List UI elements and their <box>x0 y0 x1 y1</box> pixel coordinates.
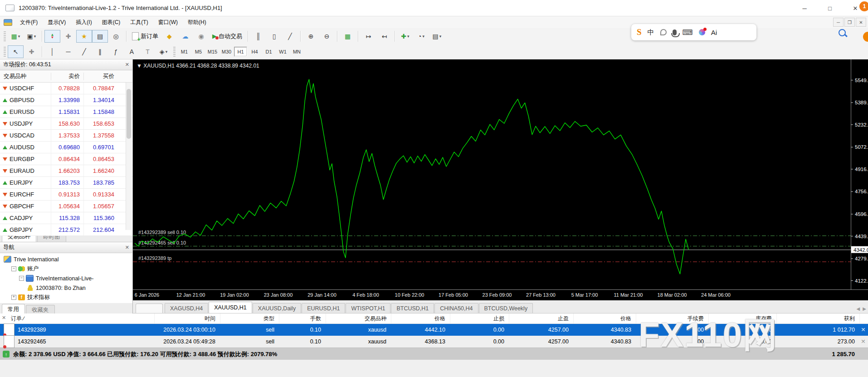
menu-item[interactable]: 图表(C) <box>97 17 126 27</box>
menu-item[interactable]: 显示(V) <box>43 17 71 27</box>
tree-expander-icon[interactable]: + <box>11 295 16 300</box>
templates-button[interactable]: ▤▾ <box>429 30 445 43</box>
orders-col-4[interactable]: 手数 <box>279 313 326 323</box>
menu-item[interactable]: 插入(I) <box>71 17 97 27</box>
terminal-close-icon[interactable]: ✕ <box>2 315 6 321</box>
crosshair-button[interactable]: ✚ <box>24 45 39 58</box>
timeframe-d1[interactable]: D1 <box>262 47 275 57</box>
tab-scroll-left-icon[interactable]: ◀ <box>857 306 860 311</box>
market-watch-scrollbar[interactable] <box>126 83 132 230</box>
market-watch-row-eurjpy[interactable]: EURJPY183.753183.785 <box>0 177 132 189</box>
nav-tree-item[interactable]: +f技术指标 <box>0 293 132 302</box>
search-overlay-icon[interactable] <box>839 29 848 38</box>
orders-col-9[interactable]: 价格 <box>573 313 636 323</box>
skin-palette-icon[interactable] <box>699 29 705 35</box>
alerts-button[interactable]: ◉ <box>193 30 209 43</box>
nav-tree-item[interactable]: −TriveInternational-Live- <box>0 274 132 283</box>
ime-language-toggle[interactable]: 中 <box>648 28 654 37</box>
toolbar-grip[interactable] <box>4 31 6 41</box>
orders-col-11[interactable]: 库存费 <box>708 313 776 323</box>
market-watch-row-euraud[interactable]: EURAUD1.662031.66240 <box>0 165 132 177</box>
close-order-icon[interactable]: ✕ <box>859 324 868 336</box>
orders-col-5[interactable]: 交易品种 <box>326 313 391 323</box>
market-watch-row-eurusd[interactable]: EURUSD1.158311.15848 <box>0 106 132 118</box>
tree-expander-icon[interactable]: − <box>19 276 24 281</box>
orders-col-3[interactable]: 类型 <box>220 313 279 323</box>
xauusd-h1-chart[interactable]: 5549.705389.705232.905072.904916.104756.… <box>133 59 868 300</box>
tab-scroll-right-icon[interactable]: ▶ <box>863 306 866 311</box>
toolbar-grip[interactable] <box>173 47 176 57</box>
cursor-button[interactable]: ↖ <box>8 45 24 58</box>
chart-tab-eurusd-h1[interactable]: EURUSD,H1 <box>302 303 345 313</box>
chart-tab-btcusd-weekly[interactable]: BTCUSD,Weekly <box>479 303 533 313</box>
nav-tree-item[interactable]: Trive International <box>0 255 132 264</box>
close-order-icon[interactable]: ✕ <box>859 336 868 348</box>
timeframe-m30[interactable]: M30 <box>220 47 233 57</box>
chart-tab-china50-h4[interactable]: CHINA50,H4 <box>434 303 478 313</box>
orders-col-7[interactable]: 止损 <box>450 313 509 323</box>
chart-tab-xauusd-daily[interactable]: XAUUSD,Daily <box>253 303 301 313</box>
nav-tree-item[interactable]: 12003870: Bo Zhan <box>0 283 132 293</box>
text-label-button[interactable]: T <box>140 45 156 58</box>
candlestick-button[interactable]: ▯ <box>266 30 282 43</box>
market-watch-row-cadjpy[interactable]: CADJPY115.328115.360 <box>0 212 132 224</box>
strategy-tester-button[interactable]: ◎ <box>108 30 124 43</box>
market-watch-row-audusd[interactable]: AUDUSD0.696800.69701 <box>0 142 132 153</box>
timeframe-m5[interactable]: M5 <box>192 47 205 57</box>
data-window-button[interactable]: ✚ <box>60 30 76 43</box>
microphone-icon[interactable] <box>673 29 677 35</box>
toolbar-grip[interactable] <box>4 47 6 57</box>
market-watch-row-usdjpy[interactable]: USDJPY158.630158.653 <box>0 118 132 130</box>
new-chart-button[interactable]: ▦▾ <box>8 30 24 43</box>
maximize-button[interactable]: □ <box>817 0 843 16</box>
community-button[interactable]: ☁ <box>177 30 193 43</box>
chart-tab-xagusd-h4[interactable]: XAGUSD,H4 <box>165 303 208 313</box>
chart-tab-btcusd-h1[interactable]: BTCUSD,H1 <box>391 303 434 313</box>
orders-col-6[interactable]: 价格 <box>391 313 450 323</box>
horizontal-line-button[interactable]: ─ <box>60 45 76 58</box>
market-watch-row-gbpjpy[interactable]: GBPJPY212.572212.604 <box>0 224 132 236</box>
terminal-toggle[interactable]: ▤ <box>92 30 108 43</box>
orders-col-10[interactable]: 手续费 <box>636 313 708 323</box>
mdi-close-button[interactable]: ✕ <box>856 18 866 27</box>
market-watch-row-usdchf[interactable]: USDCHF0.788280.78847 <box>0 83 132 94</box>
ime-voice-icon[interactable] <box>660 29 667 35</box>
trendline-button[interactable]: ╱ <box>76 45 92 58</box>
tile-windows-button[interactable]: ▦ <box>340 30 356 43</box>
menu-item[interactable]: 工具(T) <box>125 17 153 27</box>
market-watch-row-eurchf[interactable]: EURCHF0.913130.91334 <box>0 189 132 201</box>
timeframe-m15[interactable]: M15 <box>206 47 219 57</box>
chart-area[interactable]: 5549.705389.705232.905072.904916.104756.… <box>133 59 868 300</box>
market-watch-toggle[interactable]: ▲▼ <box>44 30 60 43</box>
periods-button[interactable]: ◔▾ <box>413 30 429 43</box>
indicators-button[interactable]: ✚▾ <box>397 30 413 43</box>
ai-assistant-button[interactable]: Ai <box>711 29 717 36</box>
menu-item[interactable]: 窗口(W) <box>153 17 183 27</box>
new-order-button[interactable]: 新订单 <box>129 30 161 43</box>
market-watch-row-eurgbp[interactable]: EURGBP0.864340.86453 <box>0 153 132 165</box>
zoom-out-button[interactable]: ⊖ <box>319 30 335 43</box>
scrollbar-thumb[interactable] <box>127 89 131 139</box>
orders-col-1[interactable]: 订单 ∕ <box>0 313 154 323</box>
timeframe-mn[interactable]: MN <box>290 47 303 57</box>
channel-button[interactable]: ∥ <box>92 45 108 58</box>
chart-tab-xauusd-h1[interactable]: XAUUSD,H1 <box>209 302 252 313</box>
market-watch-row-usdcad[interactable]: USDCAD1.375331.37558 <box>0 130 132 142</box>
timeframe-w1[interactable]: W1 <box>276 47 289 57</box>
orders-col-12[interactable]: 获利 <box>776 313 859 323</box>
tree-expander-icon[interactable]: − <box>11 266 16 271</box>
market-watch-row-gbpchf[interactable]: GBPCHF1.056341.05657 <box>0 201 132 212</box>
nav-tree-item[interactable]: −账户 <box>0 264 132 274</box>
text-button[interactable]: A <box>124 45 140 58</box>
navigator-toggle[interactable]: ★ <box>76 30 92 43</box>
timeframe-m1[interactable]: M1 <box>178 47 191 57</box>
timeframe-h1[interactable]: H1 <box>234 47 247 57</box>
chart-tab-wtispot-h1[interactable]: WTISPOT,H1 <box>346 303 390 313</box>
notification-badge[interactable]: 1 <box>859 1 868 11</box>
zoom-in-button[interactable]: ⊕ <box>303 30 319 43</box>
metaeditor-button[interactable]: ◆ <box>161 30 177 43</box>
line-chart-button[interactable]: ╱ <box>282 30 298 43</box>
orders-col-8[interactable]: 止盈 <box>509 313 573 323</box>
market-watch-close-icon[interactable]: ✕ <box>125 62 129 68</box>
vertical-line-button[interactable]: │ <box>44 45 60 58</box>
